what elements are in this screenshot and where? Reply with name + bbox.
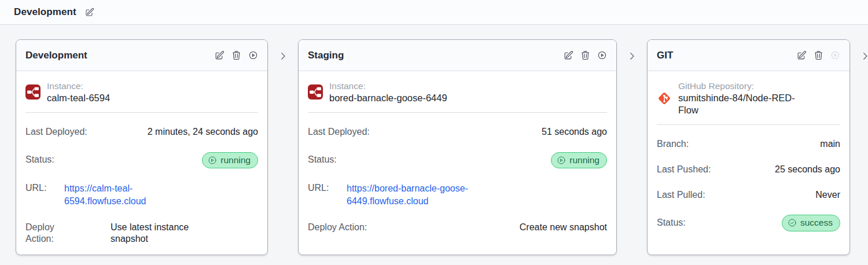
stage-connector [850, 39, 868, 255]
last-pulled-value: Never [815, 189, 840, 201]
url-row: URL: https://calm-teal-6594.flowfuse.clo… [25, 182, 258, 208]
pencil-square-icon [797, 50, 807, 60]
node-red-icon [25, 84, 41, 100]
edit-pipeline-button[interactable] [85, 8, 94, 17]
branch-label: Branch: [657, 138, 689, 150]
divider [25, 112, 258, 113]
page-title: Development [14, 6, 76, 18]
chevron-right-icon [278, 51, 288, 64]
stage-card-staging: Staging Instance: bored-barnacle-goose-6… [298, 39, 617, 255]
page-header: Development [0, 0, 868, 25]
run-stage-button[interactable] [597, 50, 607, 60]
divider [657, 124, 840, 125]
status-badge: running [551, 152, 607, 168]
last-deployed-label: Last Deployed: [308, 126, 370, 138]
stage-card-development: Development Instance: calm-teal-6594 Las… [16, 39, 268, 255]
status-row: Status: running [25, 152, 258, 169]
instance-label: Instance: [329, 80, 447, 92]
status-text: running [220, 154, 251, 166]
run-stage-button[interactable] [248, 50, 258, 60]
url-label: URL: [25, 182, 64, 194]
status-badge: running [202, 152, 258, 168]
delete-stage-button[interactable] [231, 50, 241, 60]
last-pushed-row: Last Pushed: 25 seconds ago [657, 164, 840, 176]
branch-row: Branch: main [657, 138, 840, 150]
play-circle-icon [208, 156, 217, 165]
instance-row: Instance: calm-teal-6594 [25, 80, 258, 104]
git-icon [657, 91, 672, 106]
url-row: URL: https://bored-barnacle-goose-6449.f… [308, 182, 607, 208]
last-deployed-row: Last Deployed: 2 minutes, 24 seconds ago [25, 126, 258, 138]
edit-stage-button[interactable] [215, 50, 225, 60]
last-pushed-value: 25 seconds ago [775, 164, 840, 176]
last-deployed-value: 2 minutes, 24 seconds ago [148, 126, 258, 138]
stage-card-git: GIT GitHub Repository: sumitshinde-84/No… [647, 39, 850, 255]
delete-stage-button[interactable] [814, 50, 823, 60]
stage-body: GitHub Repository: sumitshinde-84/Node-R… [648, 71, 849, 255]
trash-icon [231, 50, 241, 60]
stage-header: Staging [299, 40, 616, 71]
node-red-icon [308, 84, 323, 100]
play-circle-icon [597, 50, 607, 60]
repository-info: GitHub Repository: sumitshinde-84/Node-R… [678, 80, 812, 116]
status-text: running [569, 154, 599, 166]
status-text: success [800, 217, 833, 229]
stage-body: Instance: calm-teal-6594 Last Deployed: … [16, 71, 267, 255]
delete-stage-button[interactable] [580, 50, 590, 60]
play-circle-icon [557, 156, 566, 165]
chevron-right-icon [860, 51, 868, 64]
instance-info: Instance: calm-teal-6594 [47, 80, 110, 104]
instance-label: Instance: [47, 80, 110, 92]
pencil-square-icon [215, 50, 225, 60]
repository-name: sumitshinde-84/Node-RED-Flow [678, 92, 812, 116]
last-deployed-value: 51 seconds ago [542, 126, 607, 138]
divider [308, 112, 607, 113]
status-label: Status: [657, 217, 686, 229]
instance-info: Instance: bored-barnacle-goose-6449 [329, 80, 447, 104]
last-pushed-label: Last Pushed: [657, 164, 711, 176]
status-row: Status: success [657, 214, 840, 231]
status-label: Status: [308, 154, 337, 166]
trash-icon [814, 50, 823, 60]
stage-actions [215, 50, 258, 60]
stage-title: Development [25, 50, 87, 61]
pencil-square-icon [85, 8, 94, 17]
last-pulled-row: Last Pulled: Never [657, 189, 840, 201]
repository-label: GitHub Repository: [678, 80, 812, 92]
url-label: URL: [308, 182, 347, 194]
play-circle-icon [248, 50, 258, 60]
trash-icon [580, 50, 590, 60]
last-deployed-label: Last Deployed: [25, 126, 87, 138]
status-row: Status: running [308, 152, 607, 169]
stage-title: GIT [657, 50, 673, 61]
last-pulled-label: Last Pulled: [657, 189, 705, 201]
instance-url-link[interactable]: https://bored-barnacle-goose-6449.flowfu… [347, 182, 529, 208]
instance-name: calm-teal-6594 [47, 92, 110, 104]
status-label: Status: [25, 154, 54, 166]
stage-actions [797, 50, 840, 60]
stage-title: Staging [308, 50, 344, 61]
stage-header: Development [16, 40, 267, 71]
deploy-action-label: Deploy Action: [25, 222, 80, 246]
stage-body: Instance: bored-barnacle-goose-6449 Last… [299, 71, 616, 255]
deploy-action-label: Deploy Action: [308, 222, 367, 234]
stage-connector [268, 39, 298, 255]
run-stage-button-disabled [830, 50, 840, 60]
deploy-action-value: Create new snapshot [520, 222, 607, 234]
stage-actions [564, 50, 607, 60]
branch-value: main [820, 138, 840, 150]
pencil-square-icon [564, 50, 573, 60]
repository-row: GitHub Repository: sumitshinde-84/Node-R… [657, 80, 840, 116]
instance-row: Instance: bored-barnacle-goose-6449 [308, 80, 607, 104]
stage-connector [617, 39, 647, 255]
edit-stage-button[interactable] [564, 50, 573, 60]
deploy-action-row: Deploy Action: Create new snapshot [308, 222, 607, 234]
play-circle-icon [830, 50, 840, 60]
deploy-action-row: Deploy Action: Use latest instance snaps… [25, 222, 258, 246]
instance-name: bored-barnacle-goose-6449 [329, 92, 447, 104]
instance-url-link[interactable]: https://calm-teal-6594.flowfuse.cloud [64, 182, 192, 208]
deploy-action-value: Use latest instance snapshot [111, 222, 222, 246]
last-deployed-row: Last Deployed: 51 seconds ago [308, 126, 607, 138]
edit-stage-button[interactable] [797, 50, 807, 60]
stage-header: GIT [648, 40, 849, 71]
